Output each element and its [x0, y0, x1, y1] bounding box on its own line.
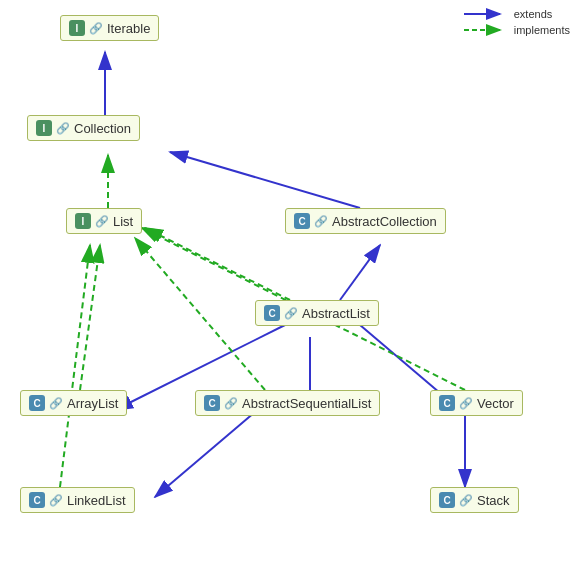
badge-list: I [75, 213, 91, 229]
node-arraylist[interactable]: C 🔗 ArrayList [20, 390, 127, 416]
diagram-container: I 🔗 Iterable I 🔗 Collection I 🔗 List C 🔗… [0, 0, 578, 573]
legend-implements: implements [464, 24, 570, 36]
svg-line-6 [145, 228, 290, 300]
legend-extends-arrow [464, 8, 508, 20]
node-linkedlist[interactable]: C 🔗 LinkedList [20, 487, 135, 513]
badge-linkedlist: C [29, 492, 45, 508]
badge-collection: I [36, 120, 52, 136]
legend: extends implements [464, 8, 570, 40]
label-iterable: Iterable [107, 21, 150, 36]
node-abstractlist[interactable]: C 🔗 AbstractList [255, 300, 379, 326]
label-abstractsequentiallist: AbstractSequentialList [242, 396, 371, 411]
label-abstractlist: AbstractList [302, 306, 370, 321]
badge-arraylist: C [29, 395, 45, 411]
node-iterable[interactable]: I 🔗 Iterable [60, 15, 159, 41]
badge-abstractlist: C [264, 305, 280, 321]
label-collection: Collection [74, 121, 131, 136]
icon-stack: 🔗 [459, 494, 473, 507]
svg-line-4 [170, 152, 360, 208]
svg-line-5 [340, 245, 380, 300]
legend-implements-arrow [464, 24, 508, 36]
node-abstractsequentiallist[interactable]: C 🔗 AbstractSequentialList [195, 390, 380, 416]
label-linkedlist: LinkedList [67, 493, 126, 508]
label-vector: Vector [477, 396, 514, 411]
label-abstractcollection: AbstractCollection [332, 214, 437, 229]
icon-vector: 🔗 [459, 397, 473, 410]
badge-abstractcollection: C [294, 213, 310, 229]
icon-list: 🔗 [95, 215, 109, 228]
icon-linkedlist: 🔗 [49, 494, 63, 507]
legend-extends-label: extends [514, 8, 553, 20]
label-list: List [113, 214, 133, 229]
svg-line-11 [135, 238, 265, 390]
svg-line-13 [155, 412, 255, 497]
icon-collection: 🔗 [56, 122, 70, 135]
node-stack[interactable]: C 🔗 Stack [430, 487, 519, 513]
icon-abstractlist: 🔗 [284, 307, 298, 320]
label-stack: Stack [477, 493, 510, 508]
icon-iterable: 🔗 [89, 22, 103, 35]
badge-stack: C [439, 492, 455, 508]
icon-abstractsequentiallist: 🔗 [224, 397, 238, 410]
icon-abstractcollection: 🔗 [314, 215, 328, 228]
label-arraylist: ArrayList [67, 396, 118, 411]
node-list[interactable]: I 🔗 List [66, 208, 142, 234]
node-abstractcollection[interactable]: C 🔗 AbstractCollection [285, 208, 446, 234]
node-collection[interactable]: I 🔗 Collection [27, 115, 140, 141]
badge-iterable: I [69, 20, 85, 36]
badge-vector: C [439, 395, 455, 411]
legend-implements-label: implements [514, 24, 570, 36]
icon-arraylist: 🔗 [49, 397, 63, 410]
badge-abstractsequentiallist: C [204, 395, 220, 411]
svg-line-10 [80, 245, 100, 390]
node-vector[interactable]: C 🔗 Vector [430, 390, 523, 416]
svg-line-14 [60, 245, 90, 487]
legend-extends: extends [464, 8, 570, 20]
